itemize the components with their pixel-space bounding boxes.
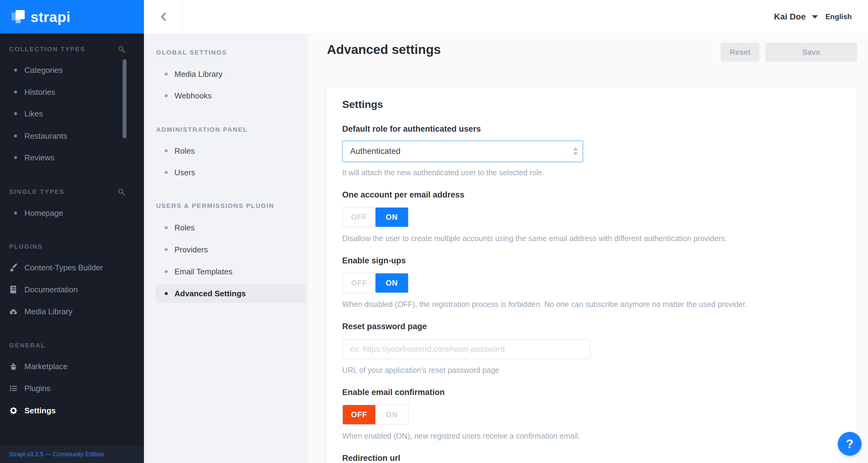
sidebar-item-label: Plugins [24,384,50,393]
sidebar-item-documentation[interactable]: Documentation [0,284,144,295]
bullet [14,156,17,159]
toggle-off-button[interactable]: OFF [343,207,375,227]
sidebar-item-plugins[interactable]: Plugins [0,383,144,394]
sidebar-item-likes[interactable]: Likes [0,108,144,119]
section-collection-types: COLLECTION TYPES [9,45,126,53]
subnav-item-up-roles[interactable]: Roles [165,222,194,233]
section-title-text: COLLECTION TYPES [9,45,85,53]
toggle-on-button[interactable]: ON [375,207,408,227]
select-value: Authenticated [343,146,568,156]
field-label-email-confirmation: Enable email confirmation [342,388,445,397]
language-selector[interactable]: English [825,0,852,34]
search-icon[interactable] [117,45,126,53]
section-single-types: SINGLE TYPES [9,188,126,196]
bullet [165,150,168,153]
bullet [14,112,17,115]
subnav-item-media-library[interactable]: Media Library [165,69,223,79]
toggle-off-button[interactable]: OFF [343,273,375,293]
chevron-down-icon [812,15,818,19]
sidebar-item-label: Documentation [24,285,78,294]
field-label-reset-password-page: Reset password page [342,322,427,331]
reset-password-input[interactable] [342,339,590,359]
subnav-item-admin-roles[interactable]: Roles [165,145,194,156]
section-title-text: GENERAL [9,342,45,349]
sidebar-item-label: Settings [24,406,56,416]
sidebar-item-homepage[interactable]: Homepage [0,207,144,219]
list-icon [8,384,18,393]
back-button[interactable] [144,0,183,34]
subnav-item-admin-users[interactable]: Users [165,167,195,178]
subnav-item-label: Email Templates [175,267,232,276]
subnav-item-label: Providers [175,245,208,255]
section-general: GENERAL [9,341,126,350]
book-icon [8,285,18,294]
field-label-redirection-url: Redirection url [342,453,400,463]
toggle-on-button[interactable]: ON [375,405,408,424]
bullet [165,292,168,295]
sidebar-item-categories[interactable]: Categories [0,65,144,75]
strapi-logo-icon [11,10,26,24]
sidebar-item-reviews[interactable]: Reviews [0,152,144,163]
section-title-text: SINGLE TYPES [9,188,65,195]
sidebar-item-restaurants[interactable]: Restaurants [0,130,144,141]
sidebar-footer: Strapi v3.2.5 — Community Edition [0,445,144,463]
main-sidebar: strapi COLLECTION TYPES Categories Histo… [0,0,144,463]
subnav-item-label: Advanced Settings [175,289,246,298]
bullet [14,134,17,137]
help-button[interactable]: ? [838,432,862,456]
sidebar-item-label: Media Library [24,307,72,317]
cloud-upload-icon [8,307,18,317]
field-label-one-account: One account per email address [342,190,465,200]
toggle-off-button[interactable]: OFF [343,405,375,424]
bullet [165,72,168,75]
sidebar-item-content-types-builder[interactable]: Content-Types Builder [0,262,144,273]
one-account-toggle: OFF ON [342,207,409,227]
sidebar-item-marketplace[interactable]: Marketplace [0,361,144,372]
subnav-item-providers[interactable]: Providers [165,244,208,255]
field-label-default-role: Default role for authenticated users [342,124,481,134]
subnav-item-label: Media Library [175,69,223,79]
brush-icon [8,263,18,272]
save-button[interactable]: Save [766,43,857,62]
subnav-item-label: Roles [175,146,194,156]
field-help-default-role: It will attach the new authenticated use… [342,168,545,177]
sidebar-item-histories[interactable]: Histories [0,87,144,98]
subnav-item-email-templates[interactable]: Email Templates [165,266,232,277]
subnav-section-users-permissions: USERS & PERMISSIONS PLUGIN [156,202,274,210]
subnav-item-webhooks[interactable]: Webhooks [165,90,212,101]
search-icon[interactable] [117,188,126,196]
bullet [165,171,168,174]
topbar: Kai Doe English [144,0,868,34]
settings-card: Settings Default role for authenticated … [326,88,857,463]
sidebar-item-label: Reviews [24,153,54,162]
field-help-one-account: Disallow the user to create multiple acc… [342,234,727,243]
bullet [165,226,168,229]
default-role-select[interactable]: Authenticated [342,140,583,162]
logo-text: strapi [31,8,70,25]
sidebar-item-label: Marketplace [24,362,68,371]
subnav-section-administration-panel: ADMINISTRATION PANEL [156,126,248,133]
sidebar-item-label: Homepage [24,208,63,218]
sidebar-item-label: Likes [24,109,43,119]
subnav-item-label: Users [175,168,195,177]
bullet [165,270,168,273]
toggle-on-button[interactable]: ON [375,273,408,293]
field-help-email-confirmation: When enabled (ON), new registred users r… [342,431,580,440]
subnav-section-global-settings: GLOBAL SETTINGS [156,48,227,56]
sidebar-item-media-library[interactable]: Media Library [0,306,144,317]
strapi-admin-screen: strapi COLLECTION TYPES Categories Histo… [0,0,868,463]
select-stepper-icon [568,144,583,159]
bullet [14,211,17,214]
field-label-enable-signups: Enable sign-ups [342,256,406,265]
sidebar-item-settings[interactable]: Settings [0,405,144,416]
sidebar-item-label: Categories [24,66,63,75]
reset-button[interactable]: Reset [721,43,760,62]
subnav-item-label: Roles [175,223,194,233]
subnav-item-advanced-settings[interactable]: Advanced Settings [156,284,305,303]
bullet [165,248,168,251]
strapi-logo[interactable]: strapi [0,0,144,34]
user-menu[interactable]: Kai Doe [774,0,818,34]
version-link[interactable]: Strapi v3.2.5 — Community Edition [9,451,104,458]
card-heading: Settings [342,98,383,110]
section-title-text: PLUGINS [9,243,43,250]
